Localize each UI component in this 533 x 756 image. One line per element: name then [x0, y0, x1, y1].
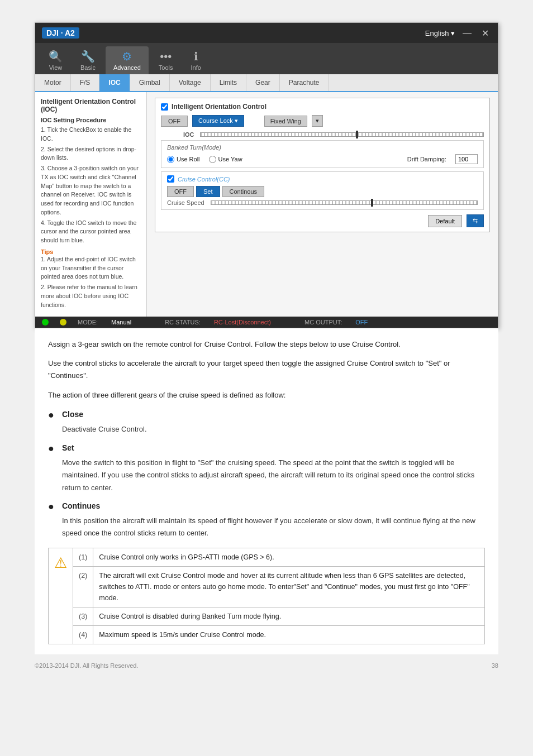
cruise-slider-track[interactable] [211, 200, 478, 205]
tools-icon: ••• [160, 50, 172, 63]
tab-advanced[interactable]: ⚙ Advanced [106, 46, 149, 74]
ioc-controls: OFF Course Lock ▾ Fixed Wing ▾ [161, 115, 484, 127]
page-number: 38 [492, 662, 498, 669]
app-window: DJI · A2 English ▾ — ✕ 🔍 View 🔧 Basic ⚙ … [35, 22, 498, 328]
warning-num-4: (4) [73, 625, 93, 644]
warning-row-2: (2) The aircraft will exit Cruise Contro… [49, 566, 485, 607]
subnav-gear[interactable]: Gear [246, 74, 280, 91]
status-bar: MODE: Manual RC STATUS: RC-Lost(Disconne… [35, 317, 498, 328]
subnav-limits[interactable]: Limits [211, 74, 246, 91]
subnav-parachute[interactable]: Parachute [280, 74, 329, 91]
subnav-voltage[interactable]: Voltage [170, 74, 211, 91]
app-title: DJI · A2 [42, 27, 79, 39]
fixed-wing-button[interactable]: Fixed Wing [264, 116, 307, 127]
cruise-set-button[interactable]: Set [196, 186, 220, 197]
drift-input[interactable]: 100 [455, 154, 478, 164]
title-bar-right: English ▾ — ✕ [425, 27, 491, 40]
arrows-button[interactable]: ⇆ [467, 214, 484, 227]
right-panel: Intelligent Orientation Control OFF Cour… [147, 92, 498, 317]
bullet-title-close: Close [62, 408, 147, 422]
bullet-close: ● Close Deactivate Cruise Control. [48, 408, 485, 436]
banked-controls: Use Roll Use Yaw Drift Damping: 100 [167, 154, 478, 164]
tab-basic-label: Basic [80, 64, 96, 71]
warning-text-1: Cruise Control only works in GPS-ATTI mo… [93, 548, 485, 566]
tab-tools-label: Tools [159, 64, 173, 71]
tips-title: Tips [41, 248, 141, 255]
bullet-title-continues: Continues [62, 500, 485, 513]
ioc-step-4: 4. Toggle the IOC switch to move the cur… [41, 219, 141, 245]
ioc-section: Intelligent Orientation Control OFF Cour… [155, 98, 490, 232]
use-yaw-label[interactable]: Use Yaw [209, 156, 242, 163]
cruise-header-label: Cruise Control(CC) [178, 176, 230, 183]
ioc-off-button[interactable]: OFF [161, 116, 188, 127]
cruise-header: Cruise Control(CC) [167, 175, 478, 183]
subnav-gimbal[interactable]: Gimbal [130, 74, 170, 91]
ioc-step-2: 2. Select the desired options in drop-do… [41, 145, 141, 163]
minimize-button[interactable]: — [460, 27, 474, 39]
language-selector[interactable]: English ▾ [425, 29, 455, 37]
tab-info-label: Info [191, 64, 201, 71]
use-yaw-radio[interactable] [209, 156, 216, 163]
warning-row-3: (3) Cruise Control is disabled during Ba… [49, 607, 485, 625]
cruise-off-button[interactable]: OFF [167, 186, 194, 197]
warning-num-1: (1) [73, 548, 93, 566]
cruise-checkbox[interactable] [167, 175, 174, 183]
bullet-text-continues: In this position the aircraft will maint… [62, 515, 485, 539]
ioc-checkbox[interactable] [161, 103, 168, 111]
cruise-continous-button[interactable]: Continous [222, 186, 265, 197]
warning-row-4: (4) Maximum speed is 15m/s under Cruise … [49, 625, 485, 644]
fixed-wing-dropdown[interactable]: ▾ [312, 115, 323, 127]
warning-icon-cell: ⚠ [49, 548, 73, 644]
bullet-content-continues: Continues In this position the aircraft … [62, 500, 485, 540]
tab-view-label: View [49, 64, 63, 71]
bullet-text-set: Move the switch to this position in flig… [62, 457, 485, 494]
bullet-content-set: Set Move the switch to this position in … [62, 442, 485, 494]
warning-num-3: (3) [73, 607, 93, 625]
warning-table: ⚠ (1) Cruise Control only works in GPS-A… [48, 548, 485, 644]
default-button[interactable]: Default [428, 215, 462, 227]
basic-icon: 🔧 [81, 50, 95, 63]
tab-tools[interactable]: ••• Tools [151, 47, 181, 74]
bottom-actions: Default ⇆ [161, 214, 484, 227]
status-dot-yellow [60, 319, 66, 326]
info-icon: ℹ [194, 50, 198, 63]
course-lock-button[interactable]: Course Lock ▾ [192, 115, 244, 127]
title-bar-left: DJI · A2 [42, 27, 79, 39]
left-panel-title: Intelligent Orientation Control (IOC) [41, 98, 141, 113]
ioc-step-3: 3. Choose a 3-position switch on your TX… [41, 164, 141, 217]
bullet-content-close: Close Deactivate Cruise Control. [62, 408, 147, 436]
doc-area: Assign a 3-gear switch on the remote con… [35, 328, 498, 654]
subnav-fs[interactable]: F/S [71, 74, 100, 91]
subnav-motor[interactable]: Motor [35, 74, 71, 91]
left-panel: Intelligent Orientation Control (IOC) IO… [35, 92, 147, 317]
mc-output-value: OFF [355, 319, 368, 326]
ioc-slider-thumb [356, 131, 358, 138]
ioc-step-1: 1. Tick the CheckBox to enable the IOC. [41, 126, 141, 143]
warning-num-2: (2) [73, 566, 93, 607]
rc-status-value: RC-Lost(Disconnect) [214, 319, 271, 326]
subnav-ioc[interactable]: IOC [99, 74, 130, 91]
doc-para3: The action of three different gears of t… [48, 389, 485, 401]
close-button[interactable]: ✕ [479, 27, 491, 40]
advanced-icon: ⚙ [122, 50, 132, 63]
bullet-set: ● Set Move the switch to this position i… [48, 442, 485, 494]
tab-view[interactable]: 🔍 View [41, 46, 70, 74]
use-roll-radio[interactable] [167, 156, 174, 163]
bullet-title-set: Set [62, 442, 485, 455]
cruise-speed-row: Cruise Speed [167, 199, 478, 206]
ioc-slider-track[interactable] [200, 132, 484, 137]
warning-icon: ⚠ [54, 554, 67, 571]
use-roll-text: Use Roll [177, 156, 200, 162]
tab-info[interactable]: ℹ Info [183, 46, 209, 74]
doc-para2: Use the control sticks to accelerate the… [48, 357, 485, 382]
tab-basic[interactable]: 🔧 Basic [73, 46, 103, 74]
cruise-speed-label: Cruise Speed [167, 199, 206, 206]
use-yaw-text: Use Yaw [218, 156, 242, 162]
sub-nav: Motor F/S IOC Gimbal Voltage Limits Gear… [35, 74, 498, 92]
use-roll-label[interactable]: Use Roll [167, 156, 200, 163]
mc-output-label: MC OUTPUT: [304, 319, 342, 326]
ioc-header: Intelligent Orientation Control [161, 103, 484, 111]
warning-text-2: The aircraft will exit Cruise Control mo… [93, 566, 485, 607]
bullet-text-close: Deactivate Cruise Control. [62, 423, 147, 436]
bullet-dot-close: ● [48, 409, 54, 422]
